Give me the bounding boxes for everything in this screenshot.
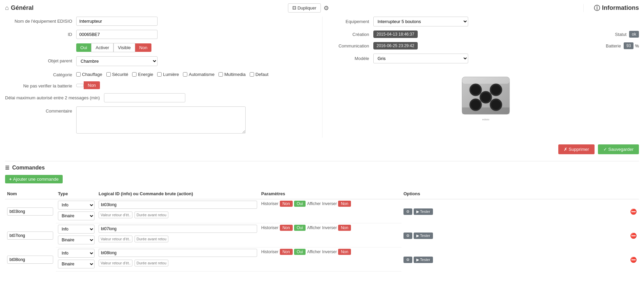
modele-label: Modèle — [333, 56, 373, 61]
params-cell: Historiser Non Oui Afficher Inverser Non — [261, 249, 399, 255]
duplicate-button[interactable]: ⚃ Dupliquer — [288, 3, 321, 13]
commentaire-textarea[interactable] — [76, 106, 246, 134]
cmd-test-btn[interactable]: ▶ Tester — [414, 233, 433, 239]
cmd-remove-btn[interactable]: ⛔ — [630, 257, 637, 263]
objet-parent-select[interactable]: Chambre — [76, 56, 158, 66]
hist-oui-btn[interactable]: Oui — [294, 201, 306, 207]
valeur-retour-input[interactable] — [99, 212, 132, 218]
checkbox-lumiere[interactable]: Lumière — [157, 72, 179, 77]
params-cell: Historiser Non Oui Afficher Inverser Non — [261, 225, 399, 231]
sauvegarder-button[interactable]: ✓ Sauvegarder — [598, 144, 639, 154]
hist-oui-btn[interactable]: Oui — [294, 249, 306, 255]
batterie-label: Batterie — [606, 43, 621, 48]
creation-badge: 2015-04-13 18:46:37 — [373, 31, 418, 38]
modele-select[interactable]: Gris — [373, 54, 468, 63]
non-button[interactable]: Non — [135, 43, 151, 52]
svg-text:edisio: edisio — [482, 118, 489, 121]
activer-button[interactable]: Activer — [91, 43, 113, 52]
nom-input[interactable] — [76, 17, 158, 26]
checkbox-automatisme[interactable]: Automatisme — [183, 72, 214, 77]
settings-button[interactable]: ⚙ — [324, 4, 329, 12]
cmd-name-input[interactable] — [7, 207, 53, 216]
col-options: Options — [401, 188, 628, 199]
hist-oui-btn[interactable]: Oui — [294, 225, 306, 231]
nom-label: Nom de l'équipement EDISIO — [5, 17, 76, 24]
commands-section: ☰ Commandes + Ajouter une commande Nom T… — [5, 165, 639, 271]
cmd-settings-btn[interactable]: ⚙ — [403, 257, 412, 263]
categorie-checkboxes: Chauffage Sécurité Energie Lumière Autom… — [76, 70, 268, 77]
visible-button[interactable]: Visible — [113, 43, 135, 52]
minus-icon: ✗ — [564, 147, 567, 152]
categorie-label: Catégorie — [5, 70, 76, 77]
check-icon: ✓ — [603, 147, 607, 152]
list-icon: ☰ — [5, 165, 9, 170]
valeur-retour-input[interactable] — [99, 236, 132, 242]
cmd-logical-input[interactable] — [99, 201, 257, 209]
options-cell: ⚙ ▶ Tester — [403, 257, 626, 263]
hist-non-btn[interactable]: Non — [280, 249, 293, 255]
table-row: Info Historiser Non Oui Afficher Inverse… — [5, 199, 639, 210]
cmd-logical-input[interactable] — [99, 225, 257, 233]
creation-label: Création — [333, 32, 373, 37]
col-type: Type — [56, 188, 97, 199]
info-icon: ⓘ — [594, 4, 600, 12]
valeur-retour-input[interactable] — [99, 260, 132, 266]
checkbox-energie[interactable]: Energie — [132, 72, 153, 77]
checkbox-chauffage[interactable]: Chauffage — [76, 72, 102, 77]
statut-badge: ok — [629, 31, 639, 38]
equipement-label: Equipement — [333, 19, 373, 24]
ne-pas-non-button[interactable]: Non — [84, 81, 100, 89]
add-command-button[interactable]: + Ajouter une commande — [5, 175, 63, 183]
inv-non-btn[interactable]: Non — [338, 225, 351, 231]
cmd-settings-btn[interactable]: ⚙ — [403, 233, 412, 239]
svg-point-10 — [471, 100, 480, 109]
bottom-actions: ✗ Supprimer ✓ Sauvegarder — [5, 144, 639, 158]
params-cell: Historiser Non Oui Afficher Inverser Non — [261, 201, 399, 207]
supprimer-button[interactable]: ✗ Supprimer — [558, 144, 595, 154]
cmd-test-btn[interactable]: ▶ Tester — [414, 208, 433, 215]
cmd-type-binaire-select[interactable]: Binaire — [58, 260, 95, 268]
cmd-remove-btn[interactable]: ⛔ — [630, 208, 637, 215]
top-actions: ⚃ Dupliquer ⚙ — [288, 3, 329, 13]
device-svg: edisio — [452, 70, 520, 124]
id-input[interactable] — [76, 30, 158, 39]
activation-toggle: Oui Activer Visible Non — [76, 43, 151, 52]
cmd-remove-btn[interactable]: ⛔ — [630, 233, 637, 239]
checkbox-multimedia[interactable]: Multimedia — [219, 72, 246, 77]
inv-non-btn[interactable]: Non — [338, 201, 351, 207]
cmd-logical-input[interactable] — [99, 249, 257, 257]
equipement-select[interactable]: Interrupteur 5 boutons — [373, 17, 468, 26]
batterie-value: 93 — [624, 42, 633, 49]
duplicate-icon: ⚃ — [292, 5, 296, 11]
checkbox-defaut[interactable]: Defaut — [250, 72, 268, 77]
hist-non-btn[interactable]: Non — [280, 201, 293, 207]
duree-avant-input[interactable] — [134, 236, 168, 242]
table-row: Info Historiser Non Oui Afficher Inverse… — [5, 223, 639, 235]
oui-button[interactable]: Oui — [76, 43, 91, 52]
duree-avant-input[interactable] — [134, 212, 168, 218]
delai-label: Délai maximum autorisé entre 2 messages … — [5, 93, 104, 100]
communication-badge: 2016-06-25 23:29:42 — [373, 42, 418, 49]
delai-input[interactable] — [104, 93, 185, 102]
checkbox-securite[interactable]: Sécurité — [106, 72, 128, 77]
cmd-type-info-select[interactable]: Info — [58, 249, 95, 258]
cmd-test-btn[interactable]: ▶ Tester — [414, 257, 433, 263]
hist-non-btn[interactable]: Non — [280, 225, 293, 231]
options-cell: ⚙ ▶ Tester — [403, 233, 626, 239]
cmd-type-binaire-select[interactable]: Binaire — [58, 236, 95, 244]
commentaire-label: Commentaire — [5, 106, 76, 114]
cmd-type-binaire-select[interactable]: Binaire — [58, 212, 95, 220]
cmd-name-input[interactable] — [7, 231, 53, 240]
cmd-type-info-select[interactable]: Info — [58, 201, 95, 209]
cmd-settings-btn[interactable]: ⚙ — [403, 208, 412, 215]
svg-point-4 — [471, 85, 480, 95]
inv-non-btn[interactable]: Non — [338, 249, 351, 255]
cmd-type-info-select[interactable]: Info — [58, 225, 95, 234]
cmd-name-input[interactable] — [7, 256, 53, 264]
options-cell: ⚙ ▶ Tester — [403, 208, 626, 215]
svg-rect-2 — [462, 107, 510, 114]
statut-label: Statut — [615, 32, 626, 37]
col-params: Paramètres — [259, 188, 401, 199]
duree-avant-input[interactable] — [134, 260, 168, 266]
id-label: ID — [5, 30, 76, 37]
